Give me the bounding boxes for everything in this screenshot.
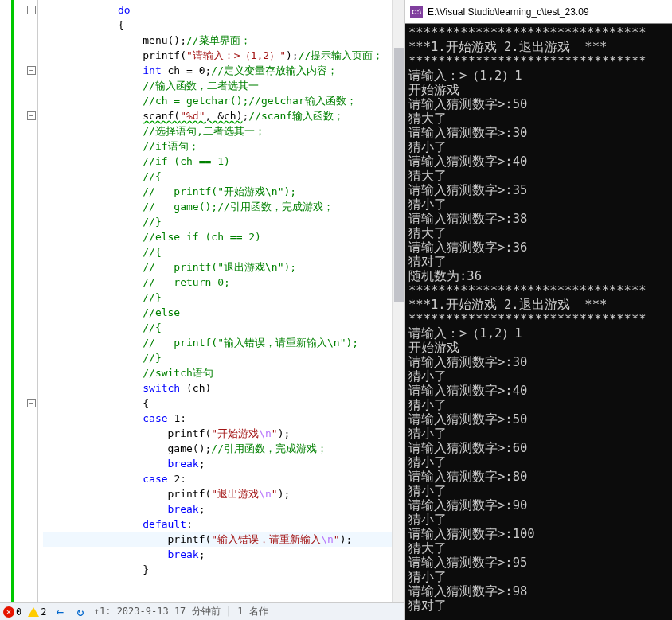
- code-line[interactable]: do: [43, 2, 404, 18]
- code-line[interactable]: }: [43, 562, 404, 577]
- code-line[interactable]: //{: [43, 169, 404, 184]
- console-app-icon: C:\: [410, 6, 423, 18]
- code-line[interactable]: //else: [43, 305, 404, 320]
- error-count[interactable]: ✕ 0: [3, 606, 21, 618]
- code-line[interactable]: //ch = getchar();//getchar输入函数；: [43, 93, 404, 108]
- code-line[interactable]: switch (ch): [43, 380, 404, 396]
- code-line[interactable]: //选择语句,二者选其一；: [43, 123, 404, 138]
- code-line[interactable]: //{: [43, 320, 404, 335]
- change-bar: [11, 0, 14, 602]
- code-line[interactable]: // printf("退出游戏\n");: [43, 259, 404, 275]
- warning-count-value: 2: [41, 606, 46, 618]
- status-bar: ✕ 0 2 ← ↻ ↑1: 2023-9-13 17 分钟前 | 1 名作: [0, 602, 404, 620]
- fold-toggle[interactable]: −: [27, 399, 36, 407]
- code-line[interactable]: {: [43, 18, 404, 33]
- code-line[interactable]: // return 0;: [43, 275, 404, 290]
- code-line[interactable]: //}: [43, 290, 404, 305]
- status-info: ↑1: 2023-9-13 17 分钟前 | 1 名作: [94, 605, 268, 618]
- console-titlebar[interactable]: C:\ E:\Visual Studio\learning_c\test_23.…: [405, 0, 672, 24]
- code-line[interactable]: case 1:: [43, 411, 404, 426]
- fold-toggle[interactable]: −: [27, 6, 36, 14]
- code-line[interactable]: {: [43, 396, 404, 411]
- code-line[interactable]: // printf("输入错误，请重新输入\n");: [43, 335, 404, 350]
- code-line[interactable]: int ch = 0;//定义变量存放输入内容；: [43, 63, 404, 78]
- line-numbers: [0, 0, 11, 602]
- code-line[interactable]: break;: [43, 547, 404, 562]
- code-line[interactable]: //{: [43, 244, 404, 259]
- fold-toggle[interactable]: −: [27, 66, 36, 75]
- code-line[interactable]: //}: [43, 214, 404, 229]
- code-line[interactable]: printf("退出游戏\n");: [43, 486, 404, 501]
- code-line[interactable]: //else if (ch == 2): [43, 229, 404, 244]
- console-pane: C:\ E:\Visual Studio\learning_c\test_23.…: [404, 0, 672, 620]
- editor-pane: −−−− do { menu();//菜单界面； printf("请输入：>（1…: [0, 0, 404, 620]
- code-line[interactable]: printf("开始游戏\n");: [43, 426, 404, 441]
- code-line[interactable]: break;: [43, 456, 404, 471]
- code-line[interactable]: game();//引用函数，完成游戏；: [43, 441, 404, 456]
- code-content[interactable]: do { menu();//菜单界面； printf("请输入：>（1,2）")…: [38, 0, 404, 602]
- code-line[interactable]: //if语句；: [43, 138, 404, 154]
- vertical-scrollbar[interactable]: [392, 0, 404, 602]
- code-line[interactable]: //switch语句: [43, 365, 404, 380]
- warning-icon: [28, 607, 39, 617]
- code-line[interactable]: default:: [43, 517, 404, 532]
- error-icon: ✕: [3, 606, 14, 618]
- nav-forward-button[interactable]: ↻: [73, 604, 88, 619]
- code-line[interactable]: //if (ch == 1): [43, 154, 404, 169]
- code-line[interactable]: // printf("开始游戏\n");: [43, 184, 404, 199]
- nav-back-button[interactable]: ←: [53, 604, 67, 619]
- code-line[interactable]: menu();//菜单界面；: [43, 33, 404, 48]
- code-line[interactable]: case 2:: [43, 471, 404, 486]
- warning-count[interactable]: 2: [28, 606, 46, 618]
- error-count-value: 0: [16, 606, 21, 618]
- main-container: −−−− do { menu();//菜单界面； printf("请输入：>（1…: [0, 0, 672, 620]
- console-title-text: E:\Visual Studio\learning_c\test_23.09: [428, 6, 589, 18]
- scroll-thumb[interactable]: [394, 48, 404, 302]
- gutter: −−−−: [11, 0, 38, 602]
- code-area[interactable]: −−−− do { menu();//菜单界面； printf("请输入：>（1…: [0, 0, 404, 602]
- code-line[interactable]: //输入函数，二者选其一: [43, 78, 404, 93]
- code-line[interactable]: scanf("%d", &ch);//scanf输入函数；: [43, 108, 404, 123]
- fold-toggle[interactable]: −: [27, 111, 36, 120]
- code-line[interactable]: // game();//引用函数，完成游戏；: [43, 199, 404, 214]
- console-output[interactable]: ******************************** ***1.开始…: [405, 24, 672, 620]
- code-line[interactable]: break;: [43, 501, 404, 517]
- code-line[interactable]: printf("输入错误，请重新输入\n");: [43, 532, 404, 547]
- code-line[interactable]: //}: [43, 350, 404, 365]
- code-line[interactable]: printf("请输入：>（1,2）");//提示输入页面；: [43, 48, 404, 63]
